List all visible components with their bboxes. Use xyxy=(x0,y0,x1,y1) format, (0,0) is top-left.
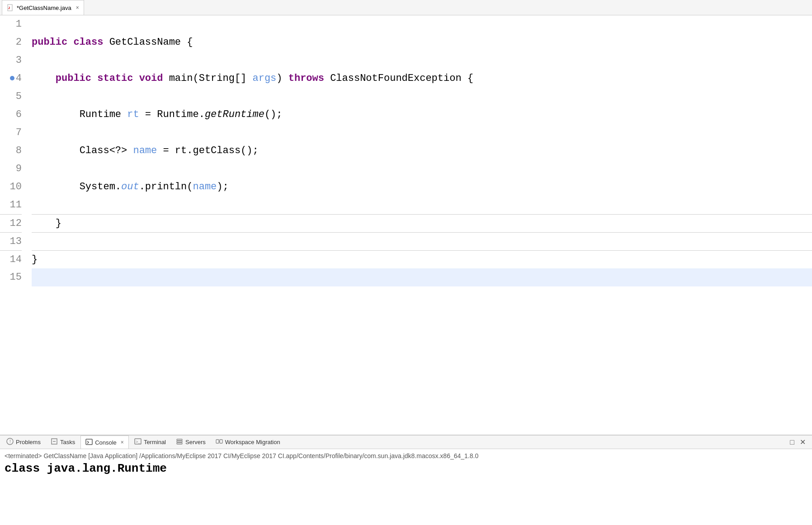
line-num-9: 9 xyxy=(0,160,22,178)
console-panel-content: <terminated> GetClassName [Java Applicat… xyxy=(0,449,812,525)
code-line-11 xyxy=(32,196,812,214)
servers-icon xyxy=(176,438,183,446)
args-var: args xyxy=(253,73,277,84)
assign2: = rt.getClass(); xyxy=(157,145,258,156)
tab-servers[interactable]: Servers xyxy=(171,436,210,449)
editor-area: 1 2 3 4 5 6 7 8 9 10 11 12 13 14 15 publ… xyxy=(0,15,812,435)
minimize-panel-button[interactable]: □ xyxy=(788,437,796,447)
code-line-5 xyxy=(32,88,812,106)
line-num-5: 5 xyxy=(0,88,22,106)
line-num-2: 2 xyxy=(0,33,22,52)
svg-rect-13 xyxy=(220,440,222,443)
tab-terminal-label: Terminal xyxy=(144,439,166,445)
tab-workspace-migration[interactable]: Workspace Migration xyxy=(211,436,285,449)
console-output: class java.lang.Runtime xyxy=(5,462,807,475)
method-paren-close: ) xyxy=(276,73,288,84)
workspace-migration-icon xyxy=(216,438,223,446)
panel-controls: □ ✕ xyxy=(788,437,810,447)
runtime-type: Runtime xyxy=(80,109,127,120)
rt-var: rt xyxy=(127,109,139,120)
editor-tab-bar: J *GetClassName.java × xyxy=(0,0,812,15)
name-var: name xyxy=(133,145,157,156)
console-status-line: <terminated> GetClassName [Java Applicat… xyxy=(5,451,807,461)
getruntime-method: getRuntime xyxy=(205,109,264,120)
breakpoint-dot xyxy=(10,76,14,80)
tab-title: *GetClassName.java xyxy=(17,5,71,11)
close-panel-button[interactable]: ✕ xyxy=(798,437,807,447)
code-line-14: } xyxy=(32,250,812,268)
code-line-10: System.out.println(name); xyxy=(32,178,812,196)
code-line-6: Runtime rt = Runtime.getRuntime(); xyxy=(32,106,812,124)
file-tab[interactable]: J *GetClassName.java × xyxy=(2,0,84,15)
tab-problems[interactable]: ! Problems xyxy=(2,436,45,449)
code-line-12: } xyxy=(32,214,812,232)
terminal-icon: >_ xyxy=(134,438,142,446)
line-numbers: 1 2 3 4 5 6 7 8 9 10 11 12 13 14 15 xyxy=(0,15,27,435)
line-num-15: 15 xyxy=(0,268,22,286)
line-num-10: 10 xyxy=(0,178,22,196)
line-num-12: 12 xyxy=(0,214,22,232)
svg-rect-9 xyxy=(177,439,182,441)
svg-text:!: ! xyxy=(9,439,11,444)
svg-text:J: J xyxy=(8,6,10,9)
code-line-4: public static void main(String[] args) t… xyxy=(32,70,812,88)
tab-tasks-label: Tasks xyxy=(60,439,75,445)
keyword-void: void xyxy=(139,73,169,84)
problems-icon: ! xyxy=(6,438,14,446)
exception-class: ClassNotFoundException { xyxy=(330,73,473,84)
name-arg: name xyxy=(193,181,217,192)
assign-op: = Runtime. xyxy=(139,109,205,120)
tab-terminal[interactable]: >_ Terminal xyxy=(130,436,170,449)
line-num-8: 8 xyxy=(0,142,22,160)
tab-servers-label: Servers xyxy=(185,439,206,445)
line-num-7: 7 xyxy=(0,124,22,142)
code-editor[interactable]: public class GetClassName { public stati… xyxy=(27,15,812,435)
closing-brace-class: } xyxy=(32,254,38,265)
tab-console-label: Console xyxy=(95,439,117,446)
system-ref: System. xyxy=(80,181,121,192)
code-line-8: Class<?> name = rt.getClass(); xyxy=(32,142,812,160)
tab-workspace-migration-label: Workspace Migration xyxy=(225,439,280,445)
console-tab-close[interactable]: × xyxy=(121,439,124,445)
keyword-static: static xyxy=(97,73,139,84)
code-line-15[interactable] xyxy=(32,268,812,286)
code-container[interactable]: 1 2 3 4 5 6 7 8 9 10 11 12 13 14 15 publ… xyxy=(0,15,812,435)
svg-rect-6 xyxy=(86,439,92,445)
line-num-11: 11 xyxy=(0,196,22,214)
class-type: Class<?> xyxy=(80,145,133,156)
svg-rect-10 xyxy=(177,441,182,442)
svg-rect-11 xyxy=(177,443,182,444)
code-line-7 xyxy=(32,124,812,142)
tab-problems-label: Problems xyxy=(16,439,41,445)
main-method: main(String[] xyxy=(169,73,253,84)
keyword-class: class xyxy=(73,37,109,48)
code-line-9 xyxy=(32,160,812,178)
line-num-1: 1 xyxy=(0,15,22,33)
svg-rect-12 xyxy=(216,440,219,443)
cursor-position xyxy=(32,272,38,283)
keyword-public: public xyxy=(32,37,73,48)
tab-tasks[interactable]: Tasks xyxy=(46,436,80,449)
println-ref: .println( xyxy=(139,181,193,192)
tasks-icon xyxy=(51,438,58,446)
println-close: ); xyxy=(217,181,228,192)
keyword-throws: throws xyxy=(288,73,330,84)
line-num-4: 4 xyxy=(0,70,22,88)
line-num-14: 14 xyxy=(0,250,22,268)
line-num-3: 3 xyxy=(0,52,22,70)
line-num-13: 13 xyxy=(0,232,22,250)
bottom-panel: ! Problems Tasks Console × >_ Terminal xyxy=(0,435,812,525)
code-line-1 xyxy=(32,15,812,33)
svg-text:>_: >_ xyxy=(136,440,141,445)
closing-brace-method: } xyxy=(56,218,61,229)
java-file-icon: J xyxy=(7,4,14,11)
code-line-3 xyxy=(32,52,812,70)
console-icon xyxy=(85,438,93,447)
code-line-13 xyxy=(32,232,812,250)
tab-console[interactable]: Console × xyxy=(80,436,129,449)
out-ref: out xyxy=(121,181,139,192)
keyword-public2: public xyxy=(56,73,97,84)
bottom-tab-bar: ! Problems Tasks Console × >_ Terminal xyxy=(0,436,812,449)
tab-close-button[interactable]: × xyxy=(76,5,79,11)
semicolon-1: (); xyxy=(264,109,283,120)
